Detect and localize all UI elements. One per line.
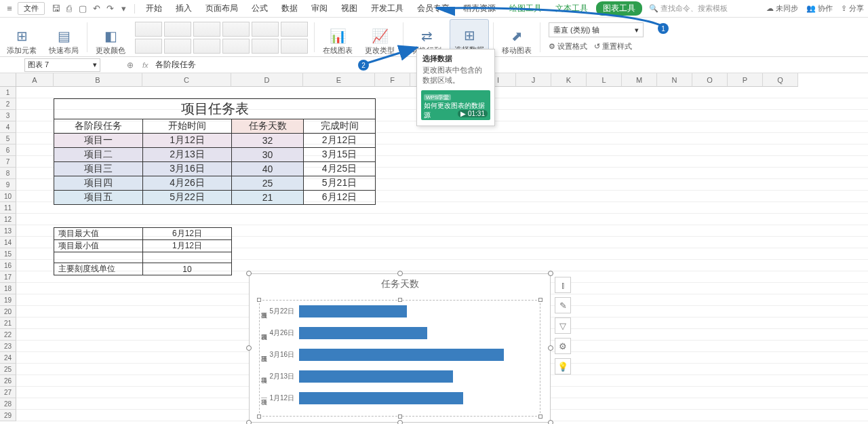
chart-bar[interactable] xyxy=(299,392,463,404)
undo-icon[interactable]: ↶ xyxy=(91,3,102,14)
col-header-P[interactable]: P xyxy=(728,73,763,87)
row-header-12[interactable]: 12 xyxy=(0,214,16,225)
style-thumb[interactable] xyxy=(193,22,220,37)
move-chart-button[interactable]: ⬈ 移动图表 xyxy=(498,19,536,56)
print-icon[interactable]: ⎙ xyxy=(64,3,75,14)
tab-resource[interactable]: 稻壳资源 xyxy=(458,1,501,16)
row-header-19[interactable]: 19 xyxy=(0,294,16,306)
chart-bar[interactable] xyxy=(299,327,427,339)
style-thumb[interactable] xyxy=(252,22,279,37)
row-header-21[interactable]: 21 xyxy=(0,317,16,329)
app-menu-icon[interactable]: ≡ xyxy=(4,3,15,14)
style-thumb[interactable] xyxy=(135,22,162,37)
row-header-5[interactable]: 5 xyxy=(0,133,16,144)
select-all-corner[interactable] xyxy=(0,73,16,87)
col-header-Q[interactable]: Q xyxy=(763,73,798,87)
chart-title[interactable]: 任务天数 xyxy=(250,274,550,290)
online-chart-button[interactable]: 📊 在线图表 xyxy=(319,19,357,56)
change-type-button[interactable]: 📈 更改类型 xyxy=(361,19,399,56)
row-header-1[interactable]: 1 xyxy=(0,87,16,98)
unsynced-status[interactable]: ☁未同步 xyxy=(766,3,798,14)
row-header-8[interactable]: 8 xyxy=(0,168,16,179)
row-header-14[interactable]: 14 xyxy=(0,237,16,248)
chart-elements-button[interactable]: ⫿ xyxy=(555,277,571,293)
change-color-button[interactable]: ◧ 更改颜色 xyxy=(92,19,130,56)
chart-style-button[interactable]: ✎ xyxy=(555,297,571,313)
tab-chart-tools[interactable]: 图表工具 xyxy=(596,1,642,16)
col-header-D[interactable]: D xyxy=(231,73,303,87)
chart-settings-button[interactable]: ⚙ xyxy=(555,338,571,354)
command-search[interactable]: 🔍 查找命令、搜索模板 xyxy=(649,3,728,14)
chart-filter-button[interactable]: ▽ xyxy=(555,317,571,334)
row-header-27[interactable]: 27 xyxy=(0,387,16,398)
resize-handle[interactable] xyxy=(548,420,553,424)
row-header-25[interactable]: 25 xyxy=(0,364,16,375)
col-header-M[interactable]: M xyxy=(622,73,657,87)
row-header-23[interactable]: 23 xyxy=(0,341,16,352)
chart-tips-button[interactable]: 💡 xyxy=(555,358,571,374)
resize-handle[interactable] xyxy=(548,345,553,351)
set-format-button[interactable]: ⚙ 设置格式 xyxy=(549,41,587,52)
chart-bar[interactable] xyxy=(299,349,504,361)
style-thumb[interactable] xyxy=(222,22,250,37)
chart-bar[interactable] xyxy=(299,370,453,383)
col-header-O[interactable]: O xyxy=(692,73,728,87)
row-header-28[interactable]: 28 xyxy=(0,398,16,410)
resize-handle[interactable] xyxy=(246,420,252,424)
dropdown-icon[interactable]: ▾ xyxy=(118,3,129,14)
row-header-2[interactable]: 2 xyxy=(0,98,16,110)
row-header-18[interactable]: 18 xyxy=(0,283,16,294)
tab-view[interactable]: 视图 xyxy=(336,1,363,16)
col-header-F[interactable]: F xyxy=(375,73,410,87)
row-header-22[interactable]: 22 xyxy=(0,329,16,341)
zoom-icon[interactable]: ⊕ xyxy=(125,60,136,70)
quick-layout-button[interactable]: ▤ 快速布局 xyxy=(45,19,83,56)
reset-style-button[interactable]: ↺ 重置样式 xyxy=(594,41,632,52)
tab-review[interactable]: 审阅 xyxy=(306,1,333,16)
col-header-A[interactable]: A xyxy=(16,73,54,87)
style-thumb[interactable] xyxy=(252,39,279,54)
chart-plot-area[interactable]: 项目五5月22日项目四4月26日项目三3月16日项目二2月13日项目一1月12日 xyxy=(259,300,540,417)
col-header-N[interactable]: N xyxy=(657,73,692,87)
tab-pagelayout[interactable]: 页面布局 xyxy=(200,1,243,16)
style-thumb[interactable] xyxy=(135,39,162,54)
formula-content[interactable]: 各阶段任务 xyxy=(155,59,196,71)
row-header-29[interactable]: 29 xyxy=(0,410,16,421)
chart-style-gallery[interactable] xyxy=(134,20,310,54)
row-header-13[interactable]: 13 xyxy=(0,225,16,237)
embedded-chart[interactable]: 任务天数 项目五5月22日项目四4月26日项目三3月16日项目二2月13日项目一… xyxy=(249,273,551,423)
chart-bar[interactable] xyxy=(299,305,407,317)
tab-member[interactable]: 会员专享 xyxy=(412,1,455,16)
row-header-24[interactable]: 24 xyxy=(0,352,16,364)
tab-data[interactable]: 数据 xyxy=(276,1,303,16)
col-header-C[interactable]: C xyxy=(142,73,231,87)
col-header-J[interactable]: J xyxy=(516,73,551,87)
tab-start[interactable]: 开始 xyxy=(140,1,167,16)
resize-handle[interactable] xyxy=(397,420,403,424)
file-menu[interactable]: 文件 xyxy=(18,2,45,15)
row-header-4[interactable]: 4 xyxy=(0,121,16,133)
resize-handle[interactable] xyxy=(548,271,553,276)
tab-devtools[interactable]: 开发工具 xyxy=(366,1,409,16)
row-header-9[interactable]: 9 xyxy=(0,179,16,191)
save-icon[interactable]: 🖫 xyxy=(50,3,61,14)
row-header-10[interactable]: 10 xyxy=(0,191,16,202)
tab-formula[interactable]: 公式 xyxy=(246,1,273,16)
resize-handle[interactable] xyxy=(397,271,403,276)
collab-button[interactable]: 👥协作 xyxy=(806,3,833,14)
row-header-17[interactable]: 17 xyxy=(0,271,16,283)
tooltip-video[interactable]: WPS学堂 如何更改图表的数据源 ▶ 01:31 xyxy=(421,90,490,120)
preview-icon[interactable]: ▢ xyxy=(77,3,88,14)
redo-icon[interactable]: ↷ xyxy=(104,3,115,14)
chart-part-select[interactable]: 垂直 (类别) 轴▾ xyxy=(549,22,644,37)
col-header-L[interactable]: L xyxy=(587,73,622,87)
row-header-7[interactable]: 7 xyxy=(0,156,16,168)
style-thumb[interactable] xyxy=(164,22,191,37)
row-header-20[interactable]: 20 xyxy=(0,306,16,317)
row-header-6[interactable]: 6 xyxy=(0,144,16,156)
row-header-15[interactable]: 15 xyxy=(0,248,16,260)
resize-handle[interactable] xyxy=(246,345,252,351)
row-header-3[interactable]: 3 xyxy=(0,110,16,121)
col-header-E[interactable]: E xyxy=(303,73,375,87)
style-thumb[interactable] xyxy=(222,39,250,54)
